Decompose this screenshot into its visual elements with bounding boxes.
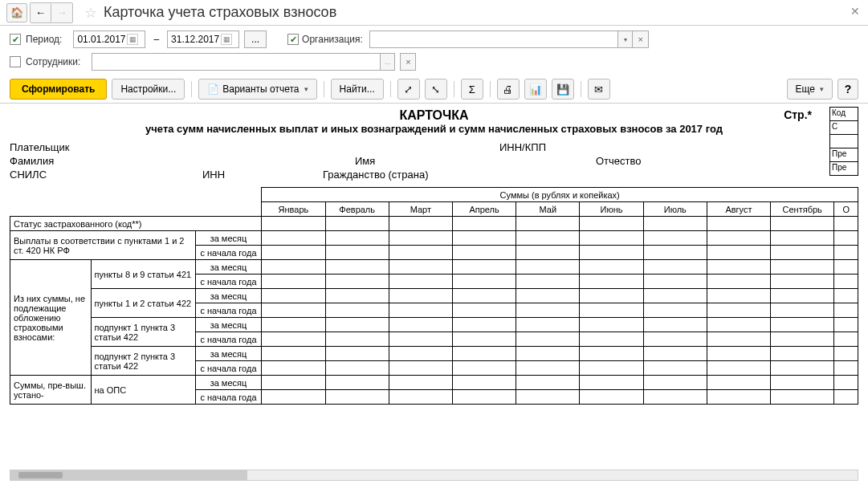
info-block: Плательщик ИНН/КПП Фамилия Имя Отчество … [10, 141, 858, 181]
org-dropdown[interactable]: ▾ [617, 31, 632, 47]
month-header: Август [707, 202, 770, 217]
employees-checkbox[interactable] [10, 56, 21, 67]
month-header: Январь [262, 202, 325, 217]
date-to-field[interactable] [171, 34, 221, 45]
report-subtitle: учета сумм начисленных выплат и иных воз… [10, 123, 858, 135]
generate-button[interactable]: Сформировать [10, 79, 107, 100]
period-label: Период: [26, 34, 62, 45]
sum-icon[interactable]: Σ [461, 79, 483, 100]
settings-button[interactable]: Настройки... [112, 79, 185, 100]
employees-picker[interactable]: … [380, 54, 394, 70]
side-cells: Код С Пре Пре [829, 107, 858, 175]
calendar-icon[interactable]: ▦ [221, 34, 232, 45]
save-icon[interactable]: 💾 [552, 79, 574, 100]
month-header: Июнь [580, 202, 643, 217]
report-title: КАРТОЧКА [10, 108, 858, 123]
back-button[interactable]: ← [31, 3, 51, 22]
help-button[interactable]: ? [837, 79, 858, 100]
org-input[interactable] [370, 31, 617, 47]
month-header: Февраль [325, 202, 389, 217]
home-button[interactable]: 🏠 [6, 3, 27, 22]
report-variants-button[interactable]: 📄Варианты отчета [198, 79, 316, 100]
period-picker-button[interactable]: ... [244, 31, 267, 48]
month-header: О [834, 202, 858, 217]
mail-icon[interactable]: ✉ [588, 79, 610, 100]
collapse-icon[interactable]: ⤡ [425, 79, 447, 100]
favorite-icon[interactable]: ☆ [84, 4, 97, 22]
month-header: Апрель [453, 202, 516, 217]
org-checkbox[interactable] [287, 34, 299, 45]
forward-button: → [51, 3, 72, 22]
employees-input[interactable] [92, 54, 380, 70]
page-label: Стр.* [784, 108, 812, 121]
employees-label: Сотрудники: [26, 56, 80, 67]
data-table: Суммы (в рублях и копейках) ЯнварьФеврал… [10, 187, 858, 405]
period-checkbox[interactable] [10, 34, 21, 45]
org-clear-button[interactable]: × [633, 31, 649, 48]
employees-clear-button[interactable]: × [400, 53, 416, 71]
month-header: Март [389, 202, 452, 217]
more-button[interactable]: Еще [787, 79, 833, 100]
month-header: Май [516, 202, 580, 217]
month-header: Июль [643, 202, 707, 217]
org-label: Организация: [302, 34, 363, 45]
date-from-input[interactable]: ▦ [73, 31, 145, 48]
calendar-icon[interactable]: ▦ [127, 34, 138, 45]
horizontal-scrollbar[interactable] [10, 470, 858, 481]
month-header: Сентябрь [771, 202, 834, 217]
tree-icon[interactable]: 📊 [524, 79, 547, 100]
date-to-input[interactable]: ▦ [167, 31, 239, 48]
expand-icon[interactable]: ⤢ [397, 79, 420, 100]
find-button[interactable]: Найти... [331, 79, 384, 100]
date-from-field[interactable] [77, 34, 127, 45]
close-button[interactable]: ✕ [850, 5, 860, 18]
report-viewport[interactable]: Стр.* Код С Пре Пре КАРТОЧКА учета сумм … [0, 104, 868, 461]
page-title: Карточка учета страховых взносов [104, 4, 336, 21]
date-dash: – [153, 34, 159, 45]
print-icon[interactable]: 🖨 [497, 79, 520, 100]
